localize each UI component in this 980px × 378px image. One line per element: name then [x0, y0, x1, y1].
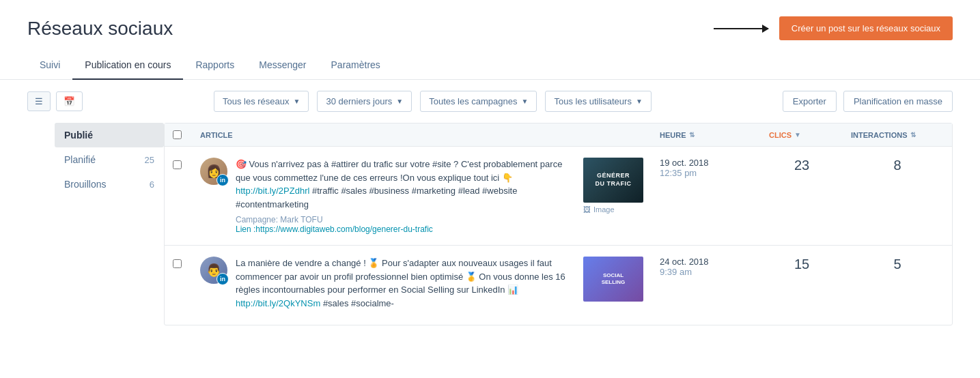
- header-interactions[interactable]: INTERACTIONS ⇅: [843, 130, 952, 139]
- row-checkbox-1: [165, 158, 192, 169]
- header-checkbox-col: [165, 130, 192, 139]
- chevron-down-icon: ▼: [636, 98, 643, 105]
- create-post-button[interactable]: Créer un post sur les réseaux sociaux: [779, 16, 953, 40]
- list-view-button[interactable]: ☰: [27, 91, 51, 111]
- calendar-icon: 📅: [64, 96, 75, 106]
- row-1-checkbox[interactable]: [173, 160, 182, 169]
- toolbar: ☰ 📅 Tous les réseaux ▼ 30 derniers jours…: [0, 80, 980, 123]
- article-content-1: 🎯 Vous n'arrivez pas à #attirer du trafi…: [236, 158, 575, 234]
- posts-table: ARTICLE HEURE ⇅ CLICS ▼ INTERACTIONS ⇅: [164, 123, 953, 325]
- sidebar-item-planifie[interactable]: Planifié 25: [55, 147, 164, 172]
- avatar-wrap-1: 👩 in: [200, 158, 227, 185]
- table-row: 👩 in 🎯 Vous n'arrivez pas à #attirer du …: [165, 147, 952, 246]
- header-right: Créer un post sur les réseaux sociaux: [714, 16, 953, 40]
- toolbar-left: ☰ 📅: [27, 91, 83, 111]
- article-content-2: La manière de vendre a changé ! 🏅 Pour s…: [236, 257, 575, 314]
- article-image-label-1: 🖼 Image: [583, 205, 643, 214]
- nav-tabs: Suivi Publication en cours Rapports Mess…: [0, 51, 980, 80]
- article-meta-link-1[interactable]: Lien :https://www.digitaweb.com/blog/gen…: [236, 224, 433, 234]
- tab-rapports[interactable]: Rapports: [183, 51, 247, 80]
- article-image-wrap-2: SOCIALSELLING: [583, 257, 643, 302]
- users-filter-dropdown[interactable]: Tous les utilisateurs ▼: [545, 91, 651, 112]
- linkedin-badge-1: in: [216, 174, 229, 186]
- table-header: ARTICLE HEURE ⇅ CLICS ▼ INTERACTIONS ⇅: [165, 123, 952, 147]
- header-clics[interactable]: CLICS ▼: [761, 130, 843, 139]
- row-2-checkbox[interactable]: [173, 259, 182, 268]
- main-content: ARTICLE HEURE ⇅ CLICS ▼ INTERACTIONS ⇅: [164, 123, 953, 325]
- network-filter-dropdown[interactable]: Tous les réseaux ▼: [214, 91, 309, 112]
- avatar-wrap-2: 👨 in: [200, 257, 227, 284]
- row-checkbox-2: [165, 257, 192, 268]
- select-all-checkbox[interactable]: [173, 130, 182, 139]
- table-row: 👨 in La manière de vendre a changé ! 🏅 P…: [165, 246, 952, 325]
- article-text-2: La manière de vendre a changé ! 🏅 Pour s…: [236, 257, 575, 310]
- header-heure[interactable]: HEURE ⇅: [652, 130, 761, 139]
- linkedin-badge-2: in: [216, 273, 229, 285]
- row-1-clics: 23: [761, 158, 843, 173]
- article-image-1: GÉNÉRERDU TRAFIC: [583, 158, 643, 203]
- row-2-article: 👨 in La manière de vendre a changé ! 🏅 P…: [192, 257, 652, 314]
- chevron-down-icon: ▼: [396, 98, 403, 105]
- tab-parametres[interactable]: Paramètres: [319, 51, 393, 80]
- list-icon: ☰: [35, 96, 43, 106]
- article-link-1[interactable]: http://bit.ly/2PZdhrl: [236, 186, 309, 196]
- page-header: Réseaux sociaux Créer un post sur les ré…: [0, 0, 980, 40]
- planification-button[interactable]: Planification en masse: [843, 91, 953, 112]
- row-2-clics: 15: [761, 257, 843, 272]
- period-filter-dropdown[interactable]: 30 derniers jours ▼: [317, 91, 412, 112]
- toolbar-right: Exporter Planification en masse: [783, 91, 953, 112]
- campaigns-filter-dropdown[interactable]: Toutes les campagnes ▼: [420, 91, 537, 112]
- article-image-2: SOCIALSELLING: [583, 257, 643, 302]
- chevron-down-icon: ▼: [522, 98, 529, 105]
- row-1-interactions: 8: [843, 158, 952, 173]
- tab-suivi[interactable]: Suivi: [27, 51, 72, 80]
- arrow-indicator: [714, 28, 768, 29]
- sort-icon: ⇅: [689, 131, 695, 139]
- row-1-article: 👩 in 🎯 Vous n'arrivez pas à #attirer du …: [192, 158, 652, 234]
- row-2-interactions: 5: [843, 257, 952, 272]
- sort-desc-icon: ▼: [794, 131, 801, 139]
- arrow-line: [714, 28, 768, 29]
- article-link-2[interactable]: http://bit.ly/2QkYNSm: [236, 298, 320, 308]
- tab-publication[interactable]: Publication en cours: [72, 51, 183, 80]
- chevron-down-icon: ▼: [294, 98, 300, 105]
- sort-icon: ⇅: [910, 131, 916, 139]
- content-wrapper: Publié Planifié 25 Brouillons 6 ARTICLE …: [0, 123, 980, 325]
- sidebar-item-brouillons[interactable]: Brouillons 6: [55, 172, 164, 197]
- article-text-1: 🎯 Vous n'arrivez pas à #attirer du trafi…: [236, 158, 575, 211]
- image-icon: 🖼: [583, 205, 591, 214]
- row-1-time: 19 oct. 2018 12:35 pm: [652, 158, 761, 178]
- row-2-time: 24 oct. 2018 9:39 am: [652, 257, 761, 277]
- toolbar-filters: Tous les réseaux ▼ 30 derniers jours ▼ T…: [214, 91, 652, 112]
- tab-messenger[interactable]: Messenger: [247, 51, 318, 80]
- article-image-wrap-1: GÉNÉRERDU TRAFIC 🖼 Image: [583, 158, 643, 214]
- calendar-view-button[interactable]: 📅: [56, 91, 83, 111]
- article-meta-1: Campagne: Mark TOFU Lien :https://www.di…: [236, 215, 575, 234]
- sidebar: Publié Planifié 25 Brouillons 6: [27, 123, 164, 325]
- sidebar-item-publie[interactable]: Publié: [55, 123, 164, 147]
- header-article: ARTICLE: [192, 130, 652, 139]
- page-title: Réseaux sociaux: [27, 18, 173, 40]
- export-button[interactable]: Exporter: [783, 91, 837, 112]
